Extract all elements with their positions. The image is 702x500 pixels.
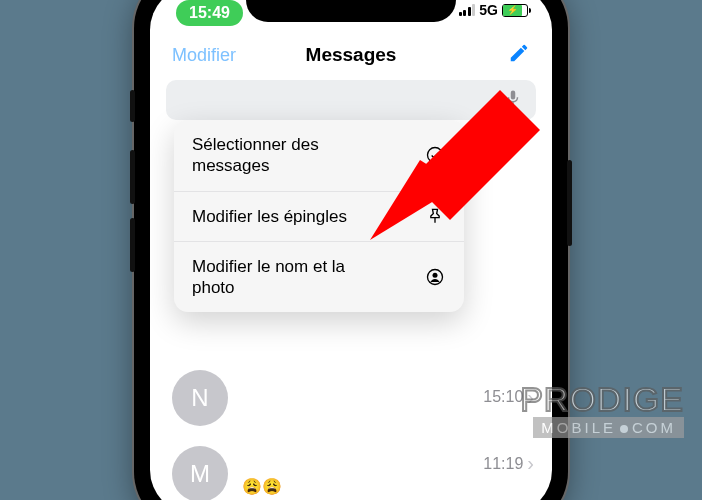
compose-icon[interactable] (508, 42, 530, 68)
chevron-right-icon: › (527, 452, 534, 475)
phone-frame: 15:49 5G ⚡ Modifier Messages (134, 0, 568, 500)
notch (246, 0, 456, 22)
side-button (130, 90, 135, 122)
screen: 15:49 5G ⚡ Modifier Messages (150, 0, 552, 500)
conversation-time: 15:10 › (483, 386, 534, 409)
conversation-time: 11:19 › (483, 452, 534, 475)
side-button (130, 218, 135, 272)
status-time: 15:49 (176, 0, 243, 26)
menu-select-messages[interactable]: Sélectionner des messages (174, 120, 464, 192)
avatar: N (172, 370, 228, 426)
status-right: 5G ⚡ (459, 2, 528, 18)
microphone-icon[interactable] (504, 87, 522, 113)
battery-icon: ⚡ (502, 4, 528, 17)
context-menu: Sélectionner des messages Modifier les é… (174, 120, 464, 312)
avatar: M (172, 446, 228, 500)
conversation-preview: 😩😩 (242, 477, 534, 496)
signal-icon (459, 4, 476, 16)
pin-icon (424, 206, 446, 226)
menu-item-label: Modifier les épingles (192, 206, 347, 227)
menu-item-label: Sélectionner des messages (192, 134, 392, 177)
menu-item-label: Modifier le nom et la photo (192, 256, 392, 299)
svg-point-0 (428, 148, 443, 163)
checkmark-circle-icon (424, 145, 446, 165)
chevron-right-icon: › (527, 386, 534, 409)
menu-edit-pins[interactable]: Modifier les épingles (174, 192, 464, 242)
nav-bar: Modifier Messages (150, 36, 552, 80)
conversation-row[interactable]: N 15:10 › (150, 360, 552, 436)
person-circle-icon (424, 267, 446, 287)
conversation-row[interactable]: M 11:19 › 😩😩 (150, 436, 552, 500)
side-button (130, 150, 135, 204)
menu-edit-name-photo[interactable]: Modifier le nom et la photo (174, 242, 464, 313)
network-label: 5G (479, 2, 498, 18)
side-button (567, 160, 572, 246)
search-input[interactable] (166, 80, 536, 120)
edit-button[interactable]: Modifier (172, 45, 236, 66)
svg-point-2 (433, 273, 438, 278)
